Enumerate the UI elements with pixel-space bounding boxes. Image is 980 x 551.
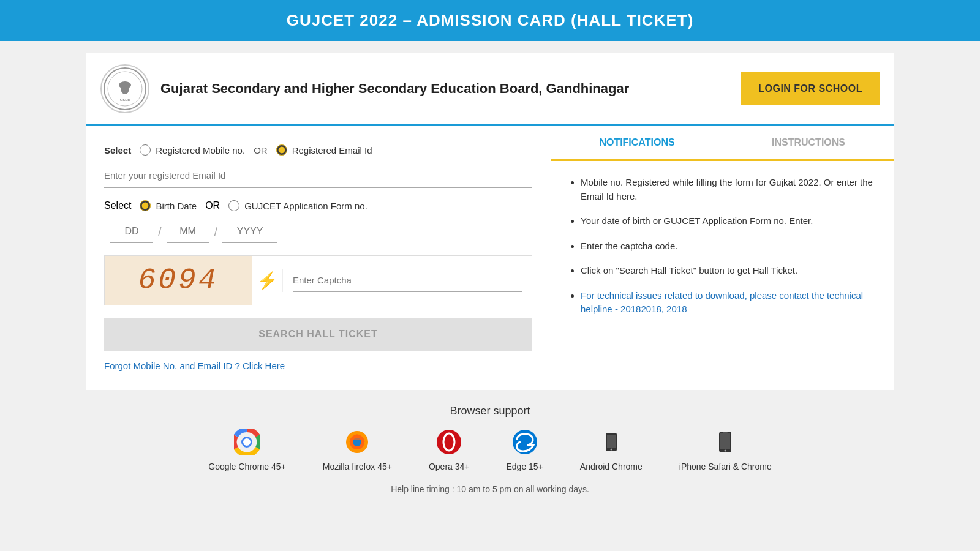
svg-text:GSEB: GSEB xyxy=(120,98,130,102)
iphone-label: iPhone Safari & Chrome xyxy=(679,462,772,471)
or-text-1: OR xyxy=(254,145,268,156)
email-label: Registered Email Id xyxy=(292,145,372,156)
captcha-text: 6094 xyxy=(138,264,218,297)
org-left: GSEB Gujarat Secondary and Higher Second… xyxy=(100,64,629,113)
helpline-link[interactable]: For technical issues related to download… xyxy=(581,290,863,315)
birth-radio-group[interactable]: Birth Date xyxy=(140,200,197,211)
dd-input[interactable] xyxy=(110,221,153,243)
tab-notifications[interactable]: NOTIFICATIONS xyxy=(551,126,723,161)
helpline-text: Help line timing : 10 am to 5 pm on all … xyxy=(86,478,894,494)
browser-support-title: Browser support xyxy=(86,405,894,418)
captcha-refresh-button[interactable]: ⚡ xyxy=(252,256,282,305)
footer-area: Browser support xyxy=(86,390,894,500)
captcha-row: 6094 ⚡ xyxy=(104,255,532,305)
list-item: Enter the captcha code. xyxy=(581,239,877,253)
list-item: Click on "Search Hall Ticket" button to … xyxy=(581,264,877,278)
or-text-2: OR xyxy=(205,200,220,211)
appform-radio[interactable] xyxy=(228,200,239,211)
mobile-radio[interactable] xyxy=(140,144,151,156)
opera-icon xyxy=(434,427,464,457)
svg-point-7 xyxy=(243,438,251,446)
org-header: GSEB Gujarat Secondary and Higher Second… xyxy=(86,53,894,126)
birth-label: Birth Date xyxy=(156,201,197,211)
browser-item-opera: Opera 34+ xyxy=(429,427,470,471)
svg-rect-18 xyxy=(720,433,730,449)
application-radio-group[interactable]: GUJCET Application Form no. xyxy=(228,200,368,211)
date-sep-1: / xyxy=(158,225,162,239)
birth-radio[interactable] xyxy=(140,200,151,211)
main-wrapper: GSEB Gujarat Secondary and Higher Second… xyxy=(49,41,931,512)
form-panel: Select Registered Mobile no. OR Register… xyxy=(86,126,551,390)
notifications-content: Mobile no. Registered while filling the … xyxy=(551,161,894,342)
android-label: Android Chrome xyxy=(580,462,643,471)
firefox-icon xyxy=(342,427,372,457)
chrome-icon xyxy=(232,427,262,457)
svg-point-20 xyxy=(725,450,726,452)
date-sep-2: / xyxy=(214,225,218,239)
mobile-radio-group[interactable]: Registered Mobile no. xyxy=(140,144,245,156)
opera-label: Opera 34+ xyxy=(429,462,470,471)
list-item: Mobile no. Registered while filling the … xyxy=(581,176,877,203)
captcha-input-wrap xyxy=(282,269,532,292)
application-label: GUJCET Application Form no. xyxy=(244,201,368,211)
browser-item-firefox: Mozilla firefox 45+ xyxy=(323,427,392,471)
notifications-list: Mobile no. Registered while filling the … xyxy=(568,176,877,317)
browser-item-iphone: iPhone Safari & Chrome xyxy=(679,427,772,471)
mm-input[interactable] xyxy=(167,221,209,243)
browser-icons-row: Google Chrome 45+ Mozilla firefox 45+ xyxy=(86,427,894,471)
org-logo-svg: GSEB xyxy=(103,67,147,111)
chrome-label: Google Chrome 45+ xyxy=(208,462,285,471)
org-logo: GSEB xyxy=(100,64,149,113)
browser-item-android: Android Chrome xyxy=(580,427,643,471)
svg-point-16 xyxy=(610,449,612,451)
captcha-image: 6094 xyxy=(105,256,252,305)
yyyy-input[interactable] xyxy=(222,221,277,243)
right-panel: NOTIFICATIONS INSTRUCTIONS Mobile no. Re… xyxy=(551,126,894,390)
org-title: Gujarat Secondary and Higher Secondary E… xyxy=(160,81,629,97)
captcha-input[interactable] xyxy=(293,269,522,292)
date-row: / / xyxy=(110,221,532,243)
list-item: Your date of birth or GUJCET Application… xyxy=(581,214,877,228)
search-hall-ticket-button[interactable]: SEARCH HALL TICKET xyxy=(104,318,532,351)
list-item: For technical issues related to download… xyxy=(581,289,877,317)
mobile-label: Registered Mobile no. xyxy=(156,145,245,156)
browser-item-chrome: Google Chrome 45+ xyxy=(208,427,285,471)
edge-label: Edge 15+ xyxy=(507,462,543,471)
select-label-2: Select xyxy=(104,200,131,211)
top-header: GUJCET 2022 – ADMISSION CARD (HALL TICKE… xyxy=(0,0,980,41)
svg-rect-15 xyxy=(607,435,616,448)
edge-icon xyxy=(510,427,540,457)
firefox-label: Mozilla firefox 45+ xyxy=(323,462,392,471)
svg-point-3 xyxy=(121,83,129,94)
content-area: Select Registered Mobile no. OR Register… xyxy=(86,126,894,390)
email-input[interactable] xyxy=(104,164,532,188)
iphone-icon xyxy=(710,427,740,457)
email-radio-group[interactable]: Registered Email Id xyxy=(276,144,372,156)
birth-select-row: Select Birth Date OR GUJCET Application … xyxy=(104,200,532,211)
tabs-row: NOTIFICATIONS INSTRUCTIONS xyxy=(551,126,894,161)
identifier-select-row: Select Registered Mobile no. OR Register… xyxy=(104,144,532,156)
svg-rect-19 xyxy=(723,432,728,433)
email-radio[interactable] xyxy=(276,144,287,156)
forgot-link[interactable]: Forgot Mobile No. and Email ID ? Click H… xyxy=(104,361,285,371)
browser-item-edge: Edge 15+ xyxy=(507,427,543,471)
android-icon xyxy=(597,427,626,457)
page-title: GUJCET 2022 – ADMISSION CARD (HALL TICKE… xyxy=(0,11,980,30)
login-school-button[interactable]: LOGIN FOR SCHOOL xyxy=(741,72,880,105)
select-label-1: Select xyxy=(104,145,131,156)
tab-instructions[interactable]: INSTRUCTIONS xyxy=(723,126,894,159)
